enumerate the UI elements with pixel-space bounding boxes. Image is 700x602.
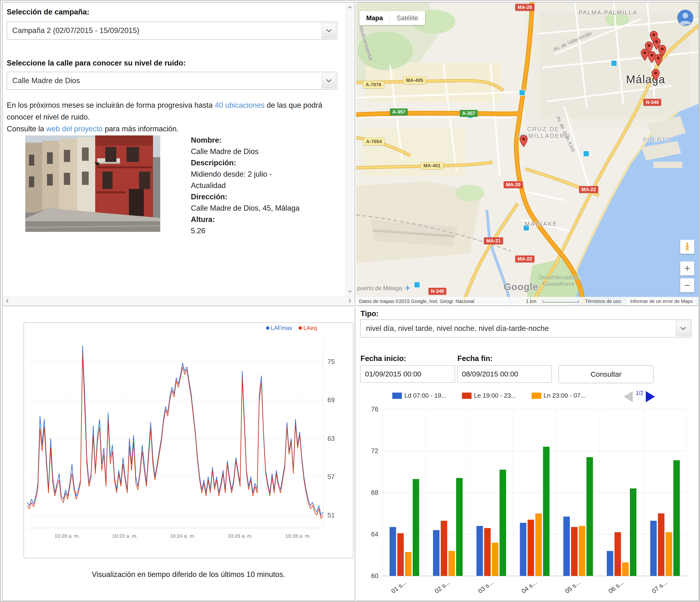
svg-text:10:20 a. m.: 10:20 a. m. — [54, 533, 80, 538]
fecha-inicio-input[interactable] — [360, 365, 455, 383]
vertical-scrollbar[interactable] — [345, 3, 354, 296]
fecha-fin-label: Fecha fin: — [457, 354, 493, 363]
legend-item: Ln 23:00 - 07... — [531, 392, 586, 399]
svg-text:64: 64 — [371, 531, 378, 538]
scale-bar — [543, 300, 579, 302]
detail-label: Altura: — [191, 214, 335, 225]
map-marker[interactable] — [651, 69, 660, 81]
scroll-right-icon[interactable] — [346, 296, 354, 305]
svg-text:72: 72 — [371, 447, 378, 454]
svg-text:03 s...: 03 s... — [477, 579, 495, 595]
airport-label-text: puerto de Málaga — [357, 285, 402, 292]
road-badge-ma22: MA-22 — [515, 255, 534, 262]
legend-item: Ld 07:00 - 19... — [392, 392, 447, 399]
street-photo-graphic — [25, 135, 160, 232]
report-error-link[interactable]: Informar de un error de Maps — [627, 298, 696, 305]
svg-text:10:22 a. m.: 10:22 a. m. — [112, 533, 138, 538]
svg-text:57: 57 — [327, 473, 335, 480]
road-badge-a7076: A-7076 — [363, 81, 384, 89]
svg-text:63: 63 — [327, 435, 335, 442]
legend-page-indicator: 1/2 — [636, 390, 643, 396]
text-run: Consulte la — [7, 125, 46, 133]
legend-pagination: 1/2 — [624, 390, 655, 403]
terms-link[interactable]: Términos de uso — [585, 299, 621, 304]
map-attribution: Datos de mapas ©2015 Google, Inst. Geogr… — [356, 297, 699, 306]
street-select-value: Calle Madre de Dios — [12, 76, 80, 85]
pegman-control[interactable] — [680, 240, 694, 254]
map-button[interactable]: Mapa — [359, 11, 390, 25]
tipo-select-value: nivel día, nivel tarde, nivel noche, niv… — [366, 324, 549, 333]
chevron-down-icon[interactable] — [322, 73, 336, 89]
detail-value: Midiendo desde: 2 julio - Actualidad — [191, 169, 304, 191]
svg-text:01 s...: 01 s... — [390, 579, 408, 595]
scroll-up-icon[interactable] — [346, 3, 354, 11]
svg-text:10:24 a. m.: 10:24 a. m. — [170, 533, 195, 538]
campaign-select-label: Selección de campaña: — [7, 8, 90, 17]
street-details: Nombre: Calle Madre de Dios Descripción:… — [191, 134, 335, 236]
line-chart-plot: 10:20 a. m.10:22 a. m.10:24 a. m.10:26 a… — [25, 333, 351, 545]
selection-panel: Selección de campaña: Campaña 2 (02/07/2… — [2, 2, 355, 306]
street-select-label: Seleccione la calle para conocer su nive… — [7, 59, 186, 68]
account-avatar[interactable] — [677, 10, 693, 26]
chevron-down-icon[interactable] — [322, 23, 336, 38]
detail-value: Calle Madre de Dios — [191, 146, 335, 157]
road-badge-ma20: MA-20 — [504, 181, 523, 188]
map-canvas[interactable]: PALMA-PALMILLA Málaga CRUZ DE HUMILLADER… — [356, 2, 699, 306]
fecha-inicio-label: Fecha inicio: — [360, 354, 406, 363]
scroll-left-icon[interactable] — [3, 296, 11, 305]
satellite-button[interactable]: Satélite — [390, 11, 425, 25]
horizontal-scrollbar[interactable] — [3, 296, 354, 305]
nature-label-line: Guadalhorce — [536, 281, 582, 287]
campaign-select[interactable]: Campaña 2 (02/07/2015 - 15/09/2015) — [7, 22, 338, 40]
bar-chart-plot: 606468727601 s...02 s...03 s...04 s...05… — [362, 405, 693, 598]
consultar-button[interactable]: Consultar — [558, 365, 653, 383]
map-type-control: Mapa Satélite — [359, 11, 425, 25]
campaign-select-value: Campaña 2 (02/07/2015 - 15/09/2015) — [12, 26, 139, 35]
district-label-palma: PALMA-PALMILLA — [579, 9, 638, 16]
map-panel: PALMA-PALMILLA Málaga CRUZ DE HUMILLADER… — [356, 2, 699, 306]
nature-label-line: Desembocadura — [536, 274, 582, 281]
road-badge-ma22: MA-22 — [579, 186, 598, 193]
detail-label: Descripción: — [191, 157, 335, 169]
pegman-icon — [683, 243, 691, 251]
plane-icon: ✈ — [405, 284, 410, 292]
svg-text:04 s...: 04 s... — [520, 579, 538, 595]
svg-text:75: 75 — [327, 358, 335, 365]
road-badge-ma21: MA-21 — [484, 237, 503, 244]
svg-text:51: 51 — [327, 511, 335, 519]
chart-caption: Visualización en tiempo diferido de los … — [24, 570, 353, 579]
scroll-down-icon[interactable] — [346, 287, 354, 296]
road-badge-a357: A-357 — [460, 110, 478, 117]
legend-item: LAeq — [299, 325, 317, 331]
map-marker[interactable] — [641, 49, 649, 61]
legend-prev-icon[interactable] — [624, 391, 633, 402]
map-marker[interactable] — [649, 31, 658, 43]
web-proyecto-link[interactable]: web del proyecto — [46, 125, 103, 133]
detail-value: 5.26 — [191, 225, 335, 236]
ubicaciones-link[interactable]: 40 ubicaciones — [215, 101, 265, 109]
svg-text:06 s...: 06 s... — [607, 579, 625, 595]
noise-dashboard: Selección de campaña: Campaña 2 (02/07/2… — [0, 0, 700, 602]
detail-label: Nombre: — [191, 134, 335, 146]
svg-text:10:28 a. m.: 10:28 a. m. — [285, 533, 310, 538]
line-chart-legend: LAFmaxLAeq — [266, 325, 317, 331]
svg-text:68: 68 — [371, 489, 378, 496]
road-badge-a7054: A-7054 — [364, 138, 384, 145]
chevron-down-icon[interactable] — [676, 321, 690, 336]
zoom-out-button[interactable]: − — [680, 278, 694, 292]
tipo-select[interactable]: nivel día, nivel tarde, nivel noche, niv… — [360, 320, 692, 337]
street-select[interactable]: Calle Madre de Dios — [7, 72, 338, 90]
bar-chart-legend: Ld 07:00 - 19...Le 19:00 - 23...Ln 23:00… — [392, 392, 586, 399]
fecha-fin-input[interactable] — [457, 365, 552, 383]
attribution-text: Datos de mapas ©2015 Google, Inst. Geogr… — [359, 299, 474, 304]
svg-text:02 s...: 02 s... — [433, 579, 451, 595]
road-badge-ma20: MA-20 — [515, 4, 534, 11]
map-marker[interactable] — [654, 54, 662, 66]
legend-item: LAFmax — [266, 325, 292, 331]
zoom-in-button[interactable]: + — [680, 261, 694, 275]
svg-text:60: 60 — [371, 572, 378, 580]
street-photo — [25, 135, 160, 232]
legend-next-icon[interactable] — [646, 391, 655, 402]
road-badge-a357: A-357 — [390, 108, 408, 116]
map-marker[interactable] — [519, 135, 528, 147]
